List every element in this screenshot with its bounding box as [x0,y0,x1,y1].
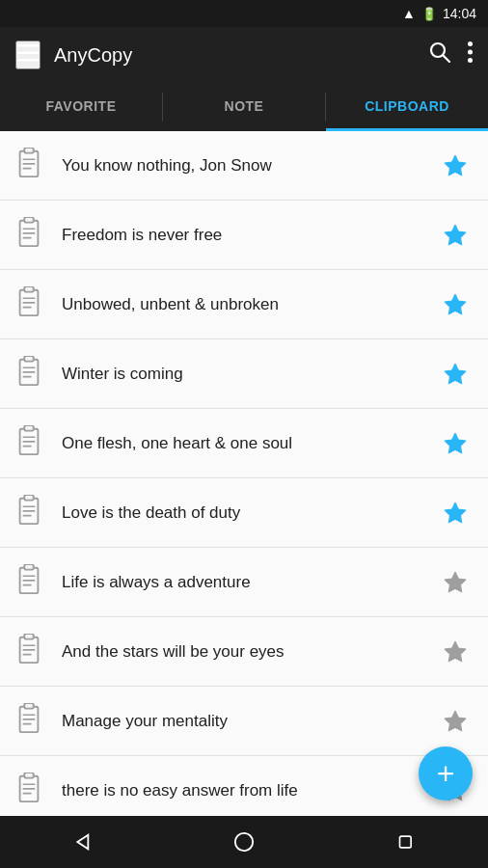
clipboard-item-icon [15,356,46,393]
list-item[interactable]: there is no easy answer from life [0,756,488,816]
tab-clipboard[interactable]: CLIPBOARD [326,83,488,131]
back-button[interactable] [52,816,110,868]
svg-point-7 [468,58,473,63]
item-text: Winter is coming [62,365,438,384]
item-text: You know nothing, Jon Snow [62,156,438,176]
status-time: 14:04 [443,6,476,21]
app-title: AnyCopy [54,44,429,67]
svg-point-6 [468,50,473,55]
clipboard-item-icon [15,286,46,323]
tab-favorite[interactable]: FAVORITE [0,83,162,131]
svg-marker-25 [445,294,466,314]
list-item[interactable]: And the stars will be your eyes [0,617,488,687]
svg-rect-0 [17,44,39,47]
clipboard-item-icon [15,495,46,531]
star-button[interactable] [438,635,473,669]
svg-rect-51 [24,634,33,639]
list-item[interactable]: Manage your mentality [0,687,488,756]
menu-button[interactable] [15,41,41,69]
svg-marker-13 [445,155,466,176]
svg-marker-43 [445,502,466,523]
search-button[interactable] [429,41,450,68]
status-bar: ▲ 🔋 14:04 [0,0,488,27]
svg-marker-49 [445,572,466,592]
list-item[interactable]: You know nothing, Jon Snow [0,131,488,201]
svg-rect-57 [24,703,33,709]
svg-line-4 [443,55,449,62]
status-icons: ▲ 🔋 14:04 [402,6,476,21]
tab-note[interactable]: NOTE [163,83,325,131]
clipboard-item-icon [15,773,46,809]
clipboard-item-icon [15,217,46,254]
clipboard-item-icon [15,425,46,462]
list-item[interactable]: Winter is coming [0,339,488,409]
star-button[interactable] [438,426,473,461]
list-item[interactable]: Love is the death of duty [0,478,488,548]
svg-rect-45 [24,564,33,570]
svg-rect-63 [24,773,33,778]
svg-rect-9 [24,148,33,153]
svg-marker-61 [445,711,466,731]
more-options-button[interactable] [468,41,473,68]
clipboard-item-icon [15,703,46,740]
svg-point-69 [235,833,253,851]
svg-rect-1 [17,52,39,55]
list-item[interactable]: Freedom is never free [0,201,488,270]
star-button[interactable] [438,704,473,739]
svg-point-5 [468,41,473,46]
bottom-nav [0,816,488,868]
item-text: One flesh, one heart & one soul [62,434,438,453]
star-button[interactable] [438,149,473,183]
clipboard-item-icon [15,148,46,184]
clipboard-item-icon [15,634,46,670]
svg-rect-27 [24,356,33,362]
svg-marker-68 [78,835,89,850]
svg-marker-19 [445,225,466,245]
list-item[interactable]: One flesh, one heart & one soul [0,409,488,478]
battery-icon: 🔋 [421,7,437,21]
item-text: Unbowed, unbent & unbroken [62,295,438,314]
app-bar: AnyCopy [0,27,488,83]
wifi-icon: ▲ [402,6,416,21]
item-text: Freedom is never free [62,226,438,245]
recents-button[interactable] [378,816,436,868]
svg-rect-39 [24,495,33,501]
item-text: Love is the death of duty [62,503,438,523]
star-button[interactable] [438,287,473,322]
list-item[interactable]: Life is always a adventure [0,548,488,617]
svg-marker-37 [445,433,466,453]
list-item[interactable]: Unbowed, unbent & unbroken [0,270,488,339]
item-text: Life is always a adventure [62,573,438,592]
item-text: And the stars will be your eyes [62,642,438,662]
svg-marker-55 [445,641,466,662]
svg-rect-33 [24,425,33,431]
star-button[interactable] [438,496,473,530]
add-button[interactable]: + [419,746,473,800]
clipboard-list: You know nothing, Jon Snow Freedom is ne… [0,131,488,816]
svg-rect-70 [399,836,411,848]
svg-rect-15 [24,217,33,223]
home-button[interactable] [215,816,273,868]
clipboard-item-icon [15,564,46,601]
svg-rect-21 [24,286,33,292]
svg-marker-31 [445,364,466,384]
svg-rect-2 [17,59,39,62]
item-text: Manage your mentality [62,712,438,731]
tabs-bar: FAVORITE NOTE CLIPBOARD [0,83,488,131]
item-text: there is no easy answer from life [62,781,438,800]
star-button[interactable] [438,218,473,253]
star-button[interactable] [438,357,473,392]
star-button[interactable] [438,565,473,600]
